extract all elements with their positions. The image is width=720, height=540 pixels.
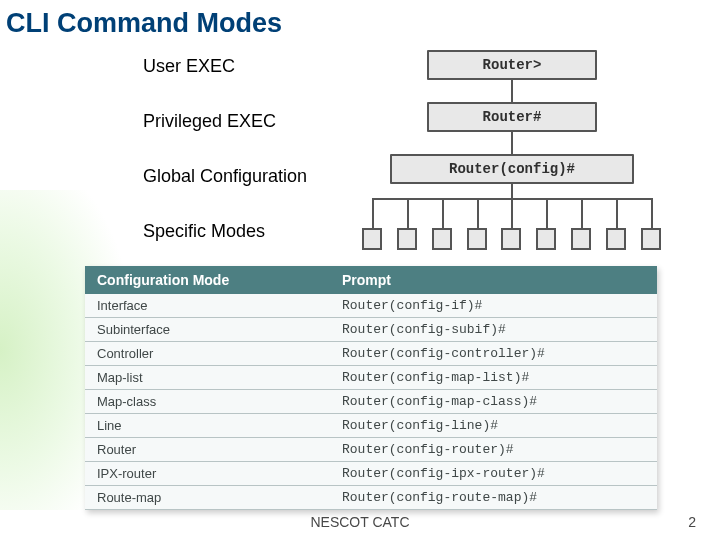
- cell-mode: Line: [85, 414, 330, 438]
- specific-mode-box: [501, 228, 521, 250]
- table-row: RouterRouter(config-router)#: [85, 438, 657, 462]
- footer-text: NESCOT CATC: [0, 514, 720, 530]
- config-mode-table: Configuration Mode Prompt InterfaceRoute…: [85, 266, 657, 510]
- cell-mode: Interface: [85, 294, 330, 318]
- cell-prompt: Router(config-controller)#: [330, 342, 657, 366]
- cell-prompt: Router(config-router)#: [330, 438, 657, 462]
- cell-prompt: Router(config-if)#: [330, 294, 657, 318]
- node-user-exec: Router>: [427, 50, 597, 80]
- specific-mode-box: [606, 228, 626, 250]
- node-global-config: Router(config)#: [390, 154, 634, 184]
- cell-prompt: Router(config-map-class)#: [330, 390, 657, 414]
- specific-mode-box: [536, 228, 556, 250]
- table-row: Route-mapRouter(config-route-map)#: [85, 486, 657, 510]
- header-config-mode: Configuration Mode: [85, 266, 330, 294]
- specific-mode-box: [641, 228, 661, 250]
- page-title: CLI Command Modes: [6, 8, 282, 39]
- cell-prompt: Router(config-route-map)#: [330, 486, 657, 510]
- cell-prompt: Router(config-map-list)#: [330, 366, 657, 390]
- specific-mode-box: [467, 228, 487, 250]
- cell-mode: Map-list: [85, 366, 330, 390]
- label-specific-modes: Specific Modes: [143, 221, 307, 242]
- table-row: IPX-routerRouter(config-ipx-router)#: [85, 462, 657, 486]
- table-row: ControllerRouter(config-controller)#: [85, 342, 657, 366]
- cell-mode: Map-class: [85, 390, 330, 414]
- cell-mode: Route-map: [85, 486, 330, 510]
- header-prompt: Prompt: [330, 266, 657, 294]
- cell-mode: Subinterface: [85, 318, 330, 342]
- cell-mode: IPX-router: [85, 462, 330, 486]
- specific-mode-box: [571, 228, 591, 250]
- cell-mode: Router: [85, 438, 330, 462]
- specific-mode-box: [432, 228, 452, 250]
- cell-prompt: Router(config-line)#: [330, 414, 657, 438]
- cell-mode: Controller: [85, 342, 330, 366]
- hierarchy-diagram: Router> Router# Router(config)#: [362, 50, 702, 255]
- table-row: Map-classRouter(config-map-class)#: [85, 390, 657, 414]
- label-user-exec: User EXEC: [143, 56, 307, 77]
- cell-prompt: Router(config-ipx-router)#: [330, 462, 657, 486]
- specific-mode-box: [362, 228, 382, 250]
- page-number: 2: [688, 514, 696, 530]
- table-row: Map-listRouter(config-map-list)#: [85, 366, 657, 390]
- table-row: InterfaceRouter(config-if)#: [85, 294, 657, 318]
- node-priv-exec: Router#: [427, 102, 597, 132]
- specific-mode-box: [397, 228, 417, 250]
- label-global-config: Global Configuration: [143, 166, 307, 187]
- mode-label-list: User EXEC Privileged EXEC Global Configu…: [143, 56, 307, 276]
- label-priv-exec: Privileged EXEC: [143, 111, 307, 132]
- table-row: LineRouter(config-line)#: [85, 414, 657, 438]
- cell-prompt: Router(config-subif)#: [330, 318, 657, 342]
- table-row: SubinterfaceRouter(config-subif)#: [85, 318, 657, 342]
